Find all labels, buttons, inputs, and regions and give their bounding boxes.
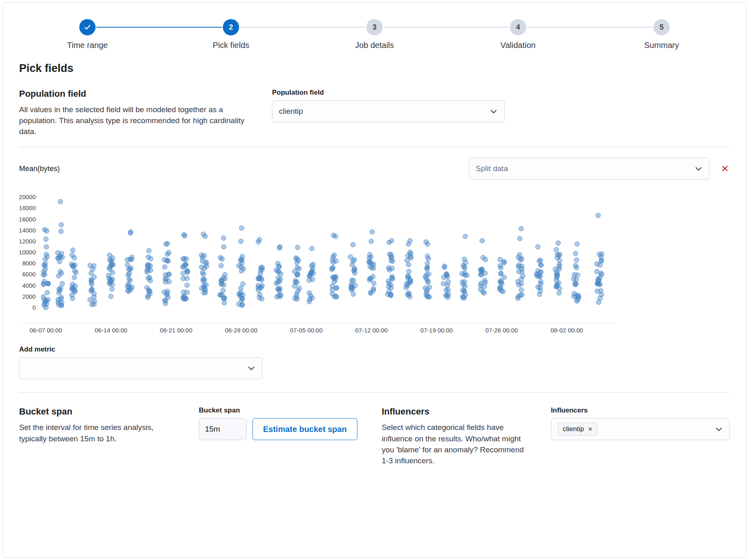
scatter-cluster [106,253,115,299]
scatter-cluster [145,249,153,300]
bucket-span-input[interactable] [199,418,247,440]
population-field-select[interactable]: clientip [272,100,505,122]
svg-text:07-19 00:00: 07-19 00:00 [420,327,453,334]
influencer-badge-label: clientip [563,425,584,433]
scatter-cluster [237,226,246,308]
population-heading: Population field [19,89,247,99]
chevron-down-icon [695,165,703,173]
svg-text:8000: 8000 [22,260,36,267]
chevron-down-icon [715,425,723,433]
scatter-cluster [292,245,302,302]
estimate-bucket-span-button[interactable]: Estimate bucket span [253,418,357,440]
svg-text:10000: 10000 [19,249,36,256]
scatter-cluster [534,245,544,297]
scatter-cluster [125,230,135,294]
page-title: Pick fields [19,62,730,75]
scatter-cluster [55,200,65,308]
scatter-cluster [423,240,432,300]
svg-text:06-28 00:00: 06-28 00:00 [225,327,257,334]
step-label: Summary [644,41,679,50]
svg-text:18000: 18000 [19,205,36,212]
svg-text:14000: 14000 [19,227,36,234]
svg-text:06-21 00:00: 06-21 00:00 [160,327,192,334]
bucket-span-input-label: Bucket span [199,406,357,415]
section-divider-bottom [19,392,730,393]
add-metric-select[interactable] [19,357,262,379]
step-label: Validation [501,41,536,50]
scatter-cluster [329,233,339,300]
stepper-step-job-details[interactable]: 3Job details [338,19,411,50]
svg-text:06-14 00:00: 06-14 00:00 [95,327,127,334]
svg-text:6000: 6000 [22,271,36,278]
scatter-cluster [274,245,283,300]
scatter-cluster [478,239,488,295]
scatter-cluster [441,264,451,300]
stepper-step-time-range[interactable]: Time range [51,19,124,50]
split-data-select[interactable]: Split data [469,158,710,180]
chevron-down-icon [247,364,255,372]
stepper-step-summary[interactable]: 5Summary [625,19,698,50]
scatter-cluster [404,239,413,300]
step-check-icon [79,19,96,35]
svg-text:16000: 16000 [19,216,36,223]
remove-metric-button[interactable]: ✕ [720,164,730,174]
scatter-cluster [199,232,209,295]
metric-header: Mean(bytes) Split data ✕ [19,158,730,180]
scatter-cluster [307,246,316,304]
add-metric-section: Add metric [19,345,730,379]
bucket-span-heading: Bucket span [19,406,178,417]
scatter-cluster [88,263,97,307]
influencers-description: Select which categorical fields have inf… [382,422,532,466]
chevron-down-icon [490,107,498,115]
scatter-cluster [367,230,376,295]
scatter-cluster [385,239,395,298]
step-number-indicator: 4 [510,19,526,35]
remove-influencer-icon[interactable]: ✕ [588,426,593,432]
svg-text:4000: 4000 [22,282,36,289]
scatter-cluster [256,237,264,301]
metric-title: Mean(bytes) [19,165,60,173]
pick-fields-wizard-panel: Time range2Pick fields3Job details4Valid… [2,2,747,558]
svg-text:12000: 12000 [19,238,36,245]
svg-text:07-12 00:00: 07-12 00:00 [355,327,388,334]
scatter-cluster [571,242,581,304]
scatter-cluster [69,248,78,301]
population-field-value: clientip [279,107,303,116]
metric-scatter-chart: 0200040006000800010000120001400016000180… [19,189,730,336]
scatter-cluster [218,236,227,305]
step-label: Time range [67,41,108,50]
population-description: All values in the selected field will be… [19,104,247,137]
influencers-combobox[interactable]: clientip ✕ [551,418,730,440]
scatter-cluster [162,241,171,306]
scatter-cluster [497,257,507,294]
split-data-placeholder: Split data [476,164,508,173]
influencer-badge: clientip ✕ [558,423,598,436]
wizard-stepper: Time range2Pick fields3Job details4Valid… [51,19,698,50]
bucket-influencers-row: Bucket span Set the interval for time se… [19,406,730,466]
scatter-cluster [348,243,357,297]
influencers-heading: Influencers [382,406,532,417]
svg-text:07-26 00:00: 07-26 00:00 [486,327,518,334]
add-metric-label: Add metric [19,345,730,354]
step-number-indicator: 2 [223,19,239,35]
step-number-indicator: 3 [366,19,383,35]
scatter-cluster [460,234,470,300]
svg-text:06-07 00:00: 06-07 00:00 [30,327,62,334]
scatter-cluster [516,226,525,301]
step-number-indicator: 5 [653,19,670,35]
svg-text:20000: 20000 [19,194,36,201]
svg-text:0: 0 [33,304,36,311]
stepper-step-pick-fields[interactable]: 2Pick fields [194,19,268,50]
svg-text:2000: 2000 [22,293,36,300]
stepper-step-validation[interactable]: 4Validation [481,19,555,50]
step-label: Pick fields [213,41,249,50]
step-label: Job details [355,41,394,50]
scatter-cluster [553,241,562,296]
population-section: Population field All values in the selec… [19,89,730,137]
scatter-cluster [41,228,50,310]
scatter-cluster [181,232,190,302]
scatter-cluster [594,213,604,305]
bucket-span-description: Set the interval for time series analysi… [19,422,178,444]
svg-text:07-05 00:00: 07-05 00:00 [290,327,322,334]
influencers-select-label: Influencers [551,406,730,415]
